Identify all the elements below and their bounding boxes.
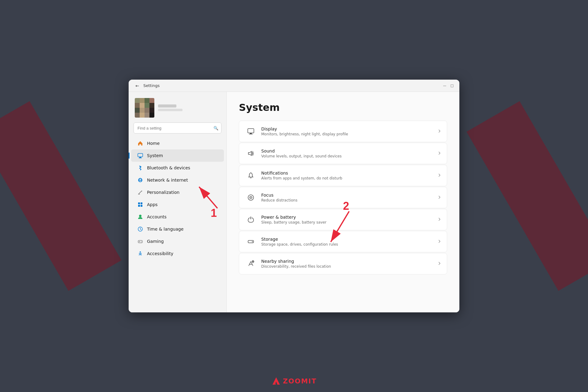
- sidebar-item-time[interactable]: Time & language: [131, 223, 224, 235]
- zoomit-brand: ZOOMIT: [271, 376, 317, 386]
- sidebar-item-apps[interactable]: Apps: [131, 198, 224, 211]
- setting-row-nearby[interactable]: Nearby sharingDiscoverability, received …: [239, 253, 447, 274]
- network-icon: [137, 177, 143, 183]
- power-icon: [245, 214, 256, 225]
- apps-icon: [137, 202, 143, 208]
- svg-point-19: [141, 242, 141, 243]
- storage-icon: [245, 236, 256, 247]
- back-button[interactable]: ←: [134, 82, 141, 89]
- nearby-icon: [245, 258, 256, 269]
- accessibility-icon: [137, 251, 143, 257]
- svg-rect-7: [138, 202, 140, 204]
- window-controls: — □: [442, 83, 454, 88]
- svg-rect-0: [138, 153, 143, 157]
- bluetooth-icon: [137, 165, 143, 171]
- power-title: Power & battery: [261, 215, 436, 220]
- sidebar-item-home[interactable]: Home: [131, 137, 224, 149]
- svg-rect-1: [139, 157, 141, 158]
- sidebar-item-gaming[interactable]: Gaming: [131, 235, 224, 247]
- sidebar-item-label-bluetooth: Bluetooth & devices: [147, 165, 190, 170]
- svg-rect-6: [138, 194, 140, 194]
- avatar-sub-placeholder: [158, 109, 183, 111]
- nav-list: HomeSystemBluetooth & devicesNetwork & i…: [129, 137, 226, 260]
- notifications-title: Notifications: [261, 171, 436, 175]
- sidebar-item-label-network: Network & internet: [147, 178, 188, 183]
- display-icon: [245, 126, 256, 137]
- svg-rect-8: [141, 202, 142, 204]
- setting-row-sound[interactable]: SoundVolume levels, output, input, sound…: [239, 143, 447, 164]
- svg-point-18: [141, 241, 141, 242]
- sidebar-item-label-home: Home: [147, 141, 160, 146]
- notifications-description: Alerts from apps and system, do not dist…: [261, 176, 436, 180]
- maximize-button[interactable]: □: [450, 83, 454, 88]
- nearby-title: Nearby sharing: [261, 259, 436, 264]
- setting-row-notifications[interactable]: NotificationsAlerts from apps and system…: [239, 165, 447, 186]
- svg-point-20: [140, 251, 141, 253]
- sidebar: 🔍 HomeSystemBluetooth & devicesNetwork &…: [129, 92, 227, 312]
- sound-text: SoundVolume levels, output, input, sound…: [261, 149, 436, 158]
- sidebar-item-personalization[interactable]: Personalization: [131, 186, 224, 198]
- sound-icon: [245, 148, 256, 159]
- svg-rect-9: [138, 205, 140, 207]
- sidebar-item-label-system: System: [147, 153, 163, 158]
- storage-description: Storage space, drives, configuration rul…: [261, 242, 436, 247]
- chevron-right-icon: [438, 217, 441, 222]
- sidebar-item-label-time: Time & language: [147, 227, 183, 232]
- display-description: Monitors, brightness, night light, displ…: [261, 132, 436, 136]
- zoomit-logo-icon: [271, 376, 281, 386]
- home-icon: [137, 140, 143, 146]
- power-description: Sleep, battery usage, battery saver: [261, 220, 436, 224]
- accounts-icon: [137, 214, 143, 220]
- chevron-right-icon: [438, 129, 441, 134]
- settings-list: DisplayMonitors, brightness, night light…: [239, 121, 447, 274]
- title-bar: ← Settings — □: [129, 80, 459, 92]
- sidebar-item-label-accessibility: Accessibility: [147, 251, 173, 256]
- svg-point-27: [251, 197, 251, 198]
- focus-title: Focus: [261, 193, 436, 198]
- personalization-icon: [137, 189, 143, 195]
- svg-rect-23: [249, 134, 253, 134]
- search-input[interactable]: [134, 123, 221, 134]
- settings-window: ← Settings — □: [129, 80, 459, 312]
- chevron-right-icon: [438, 195, 441, 200]
- avatar-image: [135, 98, 154, 118]
- sidebar-item-label-accounts: Accounts: [147, 214, 167, 219]
- nearby-text: Nearby sharingDiscoverability, received …: [261, 259, 436, 269]
- svg-rect-21: [248, 129, 254, 133]
- page-title: System: [239, 102, 447, 113]
- sidebar-item-accounts[interactable]: Accounts: [131, 211, 224, 223]
- chevron-right-icon: [438, 262, 441, 266]
- chevron-right-icon: [438, 173, 441, 178]
- gaming-icon: [137, 238, 143, 244]
- svg-rect-22: [250, 133, 252, 134]
- notifications-icon: [245, 170, 256, 181]
- setting-row-display[interactable]: DisplayMonitors, brightness, night light…: [239, 121, 447, 142]
- main-content: System DisplayMonitors, brightness, nigh…: [227, 92, 459, 312]
- minimize-button[interactable]: —: [442, 83, 447, 88]
- avatar-info: [158, 104, 183, 111]
- sound-title: Sound: [261, 149, 436, 153]
- sidebar-item-label-personalization: Personalization: [147, 190, 179, 195]
- setting-row-focus[interactable]: FocusReduce distractions: [239, 187, 447, 208]
- zoomit-text: ZOOMIT: [283, 377, 317, 385]
- sidebar-item-network[interactable]: Network & internet: [131, 174, 224, 186]
- focus-description: Reduce distractions: [261, 198, 436, 202]
- display-title: Display: [261, 126, 436, 131]
- bg-decoration-right: [466, 101, 588, 291]
- avatar-area: [129, 92, 226, 121]
- svg-point-11: [139, 215, 141, 217]
- sound-description: Volume levels, output, input, sound devi…: [261, 154, 436, 158]
- bg-decoration-left: [0, 101, 122, 291]
- sidebar-item-bluetooth[interactable]: Bluetooth & devices: [131, 162, 224, 174]
- notifications-text: NotificationsAlerts from apps and system…: [261, 171, 436, 180]
- nearby-description: Discoverability, received files location: [261, 264, 436, 269]
- focus-icon: [245, 192, 256, 203]
- sidebar-item-label-apps: Apps: [147, 202, 158, 207]
- sidebar-item-system[interactable]: System: [131, 149, 224, 162]
- sidebar-item-accessibility[interactable]: Accessibility: [131, 247, 224, 260]
- time-icon: [137, 226, 143, 232]
- svg-rect-2: [139, 158, 142, 158]
- setting-row-storage[interactable]: StorageStorage space, drives, configurat…: [239, 231, 447, 252]
- storage-text: StorageStorage space, drives, configurat…: [261, 237, 436, 247]
- setting-row-power[interactable]: Power & batterySleep, battery usage, bat…: [239, 209, 447, 230]
